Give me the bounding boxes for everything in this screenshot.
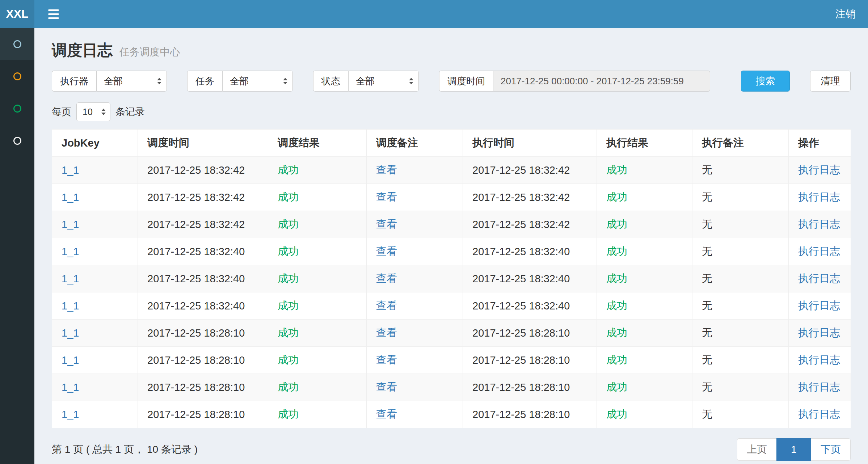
trigger-time-cell: 2017-12-25 18:32:42 — [138, 157, 268, 184]
handle-time-cell: 2017-12-25 18:32:40 — [463, 238, 597, 265]
sidebar-item-1[interactable] — [0, 28, 34, 60]
trigger-msg-link[interactable]: 查看 — [376, 273, 397, 284]
jobkey-link[interactable]: 1_1 — [62, 381, 79, 393]
log-table-row: 1_1 2017-12-25 18:32:40 成功 查看 2017-12-25… — [52, 292, 851, 320]
jobkey-link[interactable]: 1_1 — [62, 164, 79, 176]
trigger-result-cell: 成功 — [268, 347, 367, 374]
executor-filter-select[interactable]: 全部 — [96, 71, 167, 92]
search-button[interactable]: 搜索 — [741, 71, 790, 92]
page-size-select[interactable]: 10 — [76, 102, 110, 121]
exec-log-link[interactable]: 执行日志 — [798, 408, 840, 420]
trigger-time-cell: 2017-12-25 18:32:40 — [138, 292, 268, 320]
exec-log-link[interactable]: 执行日志 — [798, 191, 840, 203]
col-header-trigger-time: 调度时间 — [138, 130, 268, 157]
job-filter-label: 任务 — [187, 71, 222, 92]
exec-log-link[interactable]: 执行日志 — [798, 245, 840, 257]
trigger-result-cell: 成功 — [268, 238, 367, 265]
jobkey-link[interactable]: 1_1 — [62, 409, 79, 420]
trigger-time-cell: 2017-12-25 18:28:10 — [138, 374, 268, 401]
page-size-suffix-label: 条记录 — [115, 105, 145, 118]
jobkey-link[interactable]: 1_1 — [62, 300, 79, 312]
trigger-msg-link[interactable]: 查看 — [376, 327, 397, 338]
trigger-time-cell: 2017-12-25 18:32:42 — [138, 184, 268, 211]
jobkey-cell: 1_1 — [52, 401, 138, 428]
trigger-result-cell: 成功 — [268, 401, 367, 428]
col-header-trigger-msg: 调度备注 — [367, 130, 463, 157]
trigger-msg-link[interactable]: 查看 — [376, 408, 397, 420]
jobkey-cell: 1_1 — [52, 265, 138, 292]
exec-log-link[interactable]: 执行日志 — [798, 327, 840, 338]
sidebar-item-3[interactable] — [0, 92, 34, 125]
trigger-msg-cell: 查看 — [367, 292, 463, 320]
exec-log-link[interactable]: 执行日志 — [798, 218, 840, 230]
jobkey-link[interactable]: 1_1 — [62, 327, 79, 339]
exec-log-link[interactable]: 执行日志 — [798, 381, 840, 393]
exec-log-link[interactable]: 执行日志 — [798, 164, 840, 176]
clear-button[interactable]: 清理 — [810, 71, 851, 92]
trigger-msg-cell: 查看 — [367, 374, 463, 401]
exec-log-link[interactable]: 执行日志 — [798, 273, 840, 284]
trigger-msg-link[interactable]: 查看 — [376, 245, 397, 257]
action-cell: 执行日志 — [789, 157, 851, 184]
jobkey-link[interactable]: 1_1 — [62, 219, 79, 230]
next-page-button[interactable]: 下页 — [811, 438, 851, 461]
col-header-handle-msg: 执行备注 — [692, 130, 789, 157]
logout-link[interactable]: 注销 — [835, 7, 856, 21]
log-table-body: 1_1 2017-12-25 18:32:42 成功 查看 2017-12-25… — [52, 157, 851, 428]
sidebar-menu — [0, 28, 34, 464]
job-filter-select[interactable]: 全部 — [222, 71, 293, 92]
status-filter-value: 全部 — [356, 75, 375, 88]
trigger-time-range-input[interactable]: 2017-12-25 00:00:00 - 2017-12-25 23:59:5… — [493, 71, 710, 92]
handle-time-cell: 2017-12-25 18:28:10 — [463, 374, 597, 401]
jobkey-link[interactable]: 1_1 — [62, 191, 79, 203]
action-cell: 执行日志 — [789, 238, 851, 265]
handle-result-cell: 成功 — [597, 265, 692, 292]
jobkey-link[interactable]: 1_1 — [62, 273, 79, 284]
select-stepper-icon — [101, 109, 106, 115]
executor-filter-value: 全部 — [104, 75, 123, 88]
trigger-result-cell: 成功 — [268, 374, 367, 401]
handle-msg-cell: 无 — [692, 374, 789, 401]
prev-page-button[interactable]: 上页 — [737, 438, 777, 461]
jobkey-cell: 1_1 — [52, 374, 138, 401]
page-size-prefix-label: 每页 — [52, 105, 71, 118]
handle-result-cell: 成功 — [597, 157, 692, 184]
handle-time-cell: 2017-12-25 18:32:42 — [463, 157, 597, 184]
pagination: 上页 1 下页 — [737, 438, 851, 461]
jobkey-link[interactable]: 1_1 — [62, 354, 79, 366]
trigger-result-cell: 成功 — [268, 157, 367, 184]
sidebar-item-2[interactable] — [0, 60, 34, 92]
handle-result-cell: 成功 — [597, 211, 692, 238]
action-cell: 执行日志 — [789, 347, 851, 374]
page-number-active[interactable]: 1 — [776, 438, 811, 461]
handle-msg-cell: 无 — [692, 211, 789, 238]
jobkey-link[interactable]: 1_1 — [62, 246, 79, 257]
jobkey-cell: 1_1 — [52, 347, 138, 374]
job-filter-group: 任务 全部 — [187, 71, 293, 92]
sidebar-item-4[interactable] — [0, 125, 34, 157]
exec-log-link[interactable]: 执行日志 — [798, 354, 840, 366]
navbar-main: 注销 — [34, 0, 868, 28]
app-logo[interactable]: XXL — [0, 0, 34, 28]
page-size-row: 每页 10 条记录 — [52, 102, 851, 121]
trigger-msg-link[interactable]: 查看 — [376, 191, 397, 203]
circle-icon — [13, 105, 21, 113]
handle-time-cell: 2017-12-25 18:28:10 — [463, 347, 597, 374]
trigger-msg-link[interactable]: 查看 — [376, 381, 397, 393]
circle-icon — [13, 40, 21, 48]
trigger-msg-cell: 查看 — [367, 211, 463, 238]
handle-time-cell: 2017-12-25 18:32:40 — [463, 292, 597, 320]
status-filter-group: 状态 全部 — [313, 71, 419, 92]
table-header-row: JobKey 调度时间 调度结果 调度备注 执行时间 执行结果 执行备注 操作 — [52, 130, 851, 157]
trigger-msg-link[interactable]: 查看 — [376, 218, 397, 230]
exec-log-link[interactable]: 执行日志 — [798, 300, 840, 311]
action-cell: 执行日志 — [789, 265, 851, 292]
trigger-msg-link[interactable]: 查看 — [376, 354, 397, 366]
trigger-msg-link[interactable]: 查看 — [376, 300, 397, 311]
col-header-handle-time: 执行时间 — [463, 130, 597, 157]
log-table-row: 1_1 2017-12-25 18:28:10 成功 查看 2017-12-25… — [52, 347, 851, 374]
handle-time-cell: 2017-12-25 18:28:10 — [463, 320, 597, 347]
status-filter-select[interactable]: 全部 — [348, 71, 419, 92]
trigger-msg-link[interactable]: 查看 — [376, 164, 397, 176]
sidebar-toggle-icon[interactable] — [47, 7, 60, 21]
